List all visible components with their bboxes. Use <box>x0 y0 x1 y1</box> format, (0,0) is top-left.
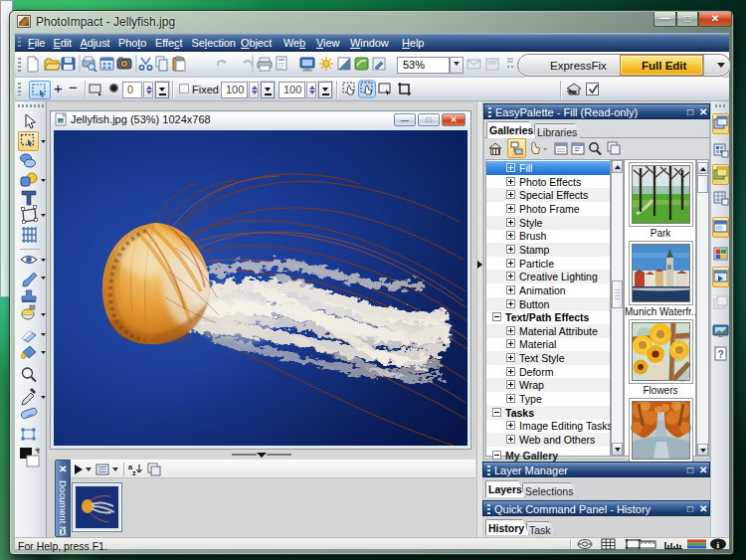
svg-text:?: ? <box>718 349 724 360</box>
svg-text:z: z <box>132 468 136 477</box>
